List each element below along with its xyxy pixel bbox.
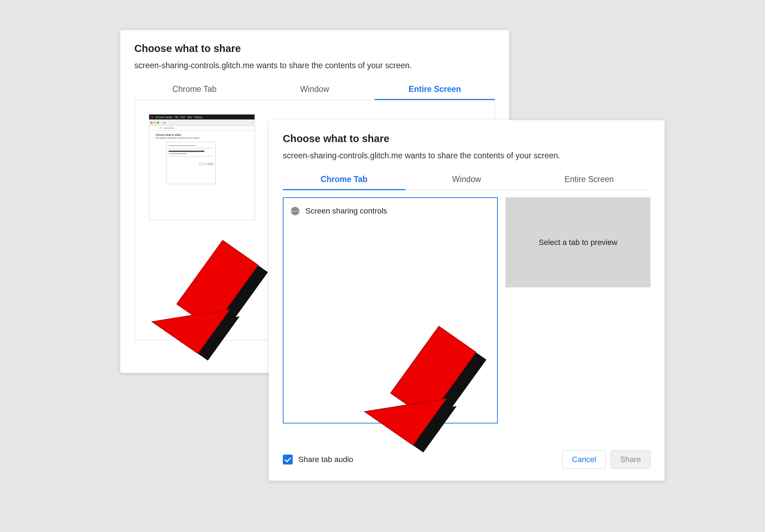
tab-entire-screen[interactable]: Entire Screen (528, 170, 650, 190)
chrome-tab-content: Screen sharing controls Select a tab to … (283, 197, 650, 423)
dialog-subtitle: screen-sharing-controls.glitch.me wants … (134, 61, 495, 70)
tab-window[interactable]: Window (405, 170, 528, 190)
tab-chrome-tab[interactable]: Chrome Tab (283, 170, 405, 190)
share-tab-audio-option[interactable]: Share tab audio (283, 455, 353, 464)
tab-item-label: Screen sharing controls (305, 206, 387, 216)
tab-entire-screen[interactable]: Entire Screen (375, 80, 495, 100)
dialog-footer: Share tab audio Cancel Share (283, 450, 650, 469)
screen-thumbnail[interactable]: ●Chrome CanaryFileEditViewHistory tab+ ←… (149, 114, 255, 220)
tab-list-box: Screen sharing controls (283, 197, 498, 423)
share-button[interactable]: Share (611, 450, 650, 469)
cancel-button[interactable]: Cancel (562, 450, 606, 469)
globe-icon (291, 206, 300, 216)
share-source-tabs: Chrome Tab Window Entire Screen (283, 170, 650, 190)
share-dialog-chrome-tab: Choose what to share screen-sharing-cont… (269, 120, 665, 481)
share-tab-audio-checkbox[interactable] (283, 455, 293, 464)
share-source-tabs: Chrome Tab Window Entire Screen (134, 80, 495, 100)
share-tab-audio-label: Share tab audio (298, 455, 353, 464)
tab-chrome-tab[interactable]: Chrome Tab (134, 80, 255, 100)
dialog-subtitle: screen-sharing-controls.glitch.me wants … (283, 151, 650, 160)
preview-placeholder-text: Select a tab to preview (539, 238, 618, 247)
tab-preview-placeholder: Select a tab to preview (506, 197, 650, 287)
dialog-title: Choose what to share (283, 133, 650, 145)
dialog-title: Choose what to share (134, 43, 495, 54)
tab-window[interactable]: Window (255, 80, 375, 100)
tab-item-screen-sharing-controls[interactable]: Screen sharing controls (289, 204, 491, 218)
